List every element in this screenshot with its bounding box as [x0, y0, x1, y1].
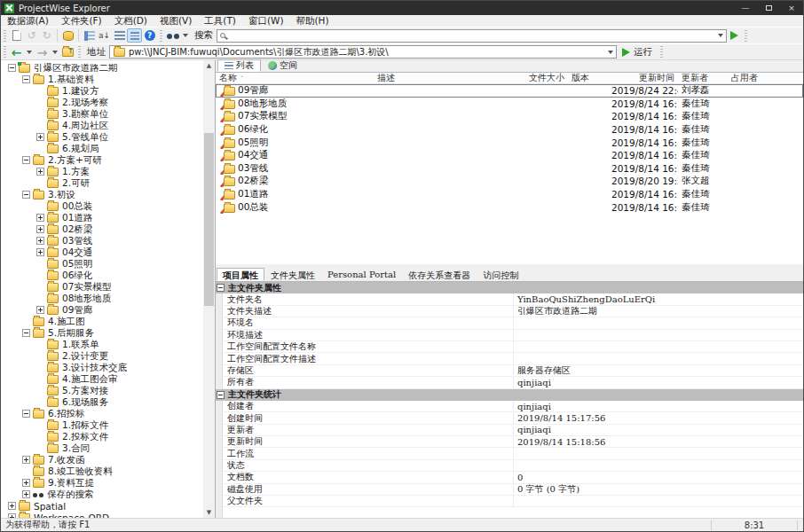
toolbar-grip[interactable] [160, 30, 162, 42]
new-document-button[interactable] [9, 28, 24, 43]
collapse-icon[interactable] [8, 64, 16, 72]
tree-item[interactable]: Workspace-ORD [1, 512, 203, 518]
menu-item-5[interactable]: 窗口(W) [242, 15, 290, 27]
property-row[interactable]: 环境描述 [216, 330, 803, 341]
search-dropdown-caret-icon[interactable] [718, 34, 723, 37]
expand-icon[interactable] [36, 306, 44, 314]
tree-item[interactable]: 4.施工图 [1, 316, 203, 327]
tree-item[interactable]: 7.收发函 [1, 454, 203, 466]
collapse-icon[interactable] [22, 156, 30, 164]
tree-item[interactable]: 03管线 [1, 235, 203, 246]
property-row[interactable]: 文件夹名YinBaoQuShiZhengDaoLuErQi [216, 293, 803, 305]
property-row[interactable]: 创建者qinjiaqi [216, 401, 803, 412]
file-list-row[interactable]: 03管线2019/8/14 16:13:12秦佳琦 [216, 162, 803, 176]
file-list-row[interactable]: 01道路2019/8/14 16:13:12秦佳琦 [216, 188, 803, 201]
expand-icon[interactable] [36, 237, 44, 245]
tab-list[interactable]: 列表 [217, 59, 261, 72]
tree-item[interactable]: 1.基础资料 [1, 74, 203, 85]
address-dropdown-caret-icon[interactable] [608, 51, 613, 54]
undo-button[interactable]: ↺ [24, 28, 39, 43]
tree-item[interactable]: 引爆区市政道路二期 [1, 62, 203, 74]
tree-item[interactable]: 8.竣工验收资料 [1, 466, 203, 477]
tree-item[interactable]: 2.投标文件 [1, 431, 203, 442]
file-list-row[interactable]: 09管廊2019/8/24 22:48:33刘孝磊 [216, 84, 803, 98]
detail-list-view-button[interactable] [127, 28, 142, 43]
toolbar-grip[interactable] [78, 46, 81, 58]
search-input[interactable] [217, 29, 727, 43]
property-row[interactable]: 更新者qinjiaqi [216, 425, 803, 436]
file-list-header[interactable]: 名称˄描述文件大小版本更新时间更新者占用者 [216, 73, 803, 84]
expand-icon[interactable] [36, 133, 44, 141]
tree-item[interactable]: 9.资料互提 [1, 477, 203, 489]
back-history-caret-icon[interactable] [27, 51, 32, 54]
property-row[interactable]: 工作流 [216, 448, 803, 459]
property-row[interactable]: 创建时间2019/8/14 15:17:56 [216, 412, 803, 424]
tree-item[interactable]: 2.现场考察 [1, 97, 203, 108]
column-header-7[interactable]: 占用者 [728, 73, 803, 84]
property-row[interactable]: 状态 [216, 460, 803, 472]
tree-item[interactable]: 5.管线单位 [1, 131, 203, 143]
file-list-row[interactable]: 02桥梁2019/8/20 19:23:24张文超 [216, 175, 803, 188]
file-list-row[interactable]: 00总装2019/8/14 16:13:12秦佳琦 [216, 200, 803, 214]
scroll-up-icon[interactable]: ▲ [203, 60, 215, 71]
property-row[interactable]: 工作空间配置文件名称 [216, 341, 803, 353]
column-header-2[interactable]: 描述 [374, 73, 500, 84]
toolbar-grip[interactable] [4, 30, 6, 42]
tree-item[interactable]: 1.联系单 [1, 339, 203, 350]
menu-item-0[interactable]: 数据源(A) [1, 15, 55, 27]
scrollbar-thumb[interactable] [204, 133, 214, 306]
expand-icon[interactable] [36, 248, 44, 256]
folder-up-button[interactable]: ↑ [60, 45, 75, 59]
property-row[interactable]: 父文件夹 [216, 496, 803, 507]
prop-tab-3[interactable]: 依存关系查看器 [402, 268, 477, 281]
tree-item[interactable]: 4.施工图会审 [1, 373, 203, 385]
menu-item-3[interactable]: 视图(V) [154, 15, 198, 27]
prop-tab-2[interactable]: Personal Portal [321, 268, 402, 281]
forward-history-caret-icon[interactable] [52, 51, 58, 54]
tree-item[interactable]: 3.初设 [1, 189, 203, 200]
tab-spatial[interactable]: 空间 [261, 59, 304, 72]
property-row[interactable]: 更新时间2019/8/14 15:18:56 [216, 436, 803, 448]
tree-scrollbar[interactable]: ▲ ▼ [203, 60, 215, 518]
tree-item[interactable]: 1.方案 [1, 166, 203, 177]
property-row[interactable]: 所有者qinjiaqi [216, 377, 803, 388]
expand-icon[interactable] [36, 225, 44, 233]
tree-item[interactable]: 04交通 [1, 246, 203, 258]
expand-icon[interactable] [36, 168, 44, 176]
menu-item-1[interactable]: 文件夹(F) [55, 15, 108, 27]
column-header-1[interactable]: 名称˄ [216, 73, 374, 84]
tree-item[interactable]: 09管廊 [1, 304, 203, 316]
help-button[interactable]: ? [142, 28, 157, 43]
expand-icon[interactable] [8, 502, 16, 510]
tree-item[interactable]: 6.招投标 [1, 408, 203, 419]
tree-item[interactable]: 5.方案对接 [1, 385, 203, 396]
collapse-icon[interactable] [22, 410, 30, 418]
column-header-4[interactable]: 版本 [568, 73, 608, 84]
column-header-3[interactable]: 文件大小 [500, 73, 568, 84]
property-row[interactable]: 存储区服务器存储区 [216, 365, 803, 377]
scroll-down-icon[interactable]: ▼ [203, 507, 215, 518]
tree-item[interactable]: 2.可研 [1, 177, 203, 189]
tree-item[interactable]: 00总装 [1, 200, 203, 212]
collapse-icon[interactable] [22, 329, 30, 337]
maximize-button[interactable] [757, 1, 780, 15]
toolbar-grip[interactable] [745, 30, 747, 42]
find-dropdown-caret-icon[interactable] [183, 34, 188, 37]
sort-button[interactable]: a↓ [97, 28, 112, 43]
expand-icon[interactable] [22, 456, 30, 464]
tree-item[interactable]: 1.招标文件 [1, 419, 203, 431]
properties-view-button[interactable] [82, 28, 97, 43]
column-header-6[interactable]: 更新者 [678, 73, 728, 84]
tree-item[interactable]: 4.周边社区 [1, 120, 203, 131]
close-button[interactable]: × [780, 1, 803, 15]
run-button[interactable]: 运行 [622, 46, 652, 59]
property-row[interactable]: 磁盘使用0 字节 (0 字节) [216, 484, 803, 496]
datasource-button[interactable] [60, 28, 75, 43]
tree-item[interactable]: Spatial [1, 500, 203, 512]
property-section-header[interactable]: 主文件夹属性 [216, 282, 803, 293]
tree-item[interactable]: 3.设计技术交底 [1, 362, 203, 373]
expand-icon[interactable] [22, 479, 30, 487]
forward-button[interactable]: → [35, 45, 50, 59]
prop-tab-0[interactable]: 项目属性 [217, 268, 264, 281]
property-row[interactable]: 文件夹描述引爆区市政道路二期 [216, 306, 803, 317]
